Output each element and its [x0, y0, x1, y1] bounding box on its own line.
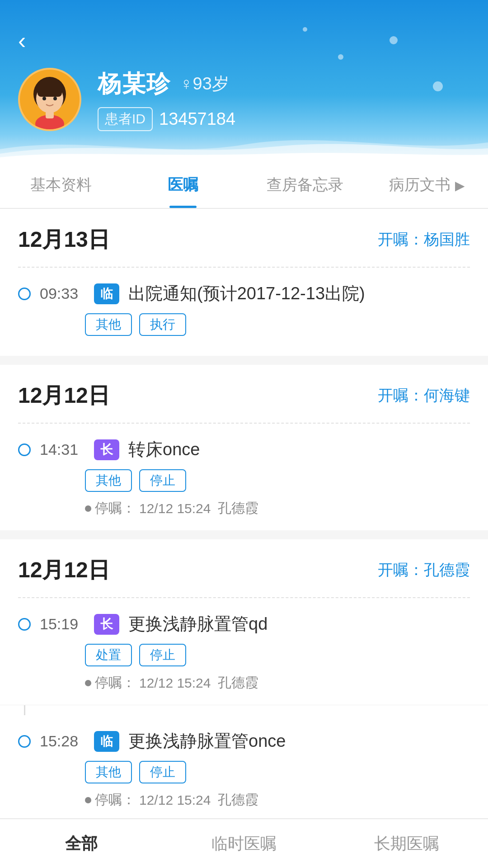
bottom-nav-temp[interactable]: 临时医嘱 [163, 819, 325, 868]
svg-point-3 [42, 97, 46, 100]
tab-records[interactable]: 病历文书 ▶ [366, 158, 488, 208]
order-time-1: 09:33 [40, 285, 85, 302]
order-stop-3-2: 停嘱： 12/12 15:24 孔德霞 [85, 791, 470, 809]
order-item-1: 09:33 临 出院通知(预计2017-12-13出院) 其他 执行 [0, 268, 488, 356]
order-title-2: 转床once [128, 438, 200, 461]
tab-rounds[interactable]: 查房备忘录 [244, 158, 366, 208]
svg-rect-6 [46, 111, 54, 118]
patient-id-badge: 患者ID [98, 107, 153, 131]
date-label-1: 12月13日 [18, 225, 110, 254]
content-area: 12月13日 开嘱：杨国胜 09:33 临 出院通知(预计2017-12-13出… [0, 209, 488, 868]
date-label-2: 12月12日 [18, 381, 110, 410]
order-stop-2: 停嘱： 12/12 15:24 孔德霞 [85, 499, 470, 518]
order-title-3-2: 更换浅静脉置管once [128, 730, 286, 753]
order-time-3-1: 15:19 [40, 615, 85, 633]
tag-3-1-0[interactable]: 处置 [85, 644, 132, 666]
date-section-1: 12月13日 开嘱：杨国胜 09:33 临 出院通知(预计2017-12-13出… [0, 209, 488, 356]
order-title-3-1: 更换浅静脉置管qd [128, 613, 267, 636]
order-type-badge-3-2: 临 [94, 731, 119, 752]
order-circle-3-2 [18, 735, 31, 748]
order-type-badge-3-1: 长 [94, 614, 119, 635]
order-tags-3-2: 其他 停止 [85, 761, 470, 783]
patient-id-value: 13457184 [159, 109, 235, 129]
order-time-2: 14:31 [40, 441, 85, 458]
stop-dot-2 [85, 505, 91, 512]
patient-details: 杨某珍 ♀93岁 患者ID 13457184 [98, 68, 235, 131]
order-circle-3-1 [18, 618, 31, 631]
tab-basic[interactable]: 基本资料 [0, 158, 122, 208]
deco-dot-4 [433, 81, 443, 91]
bottom-nav-all[interactable]: 全部 [0, 819, 163, 868]
tag-2-0[interactable]: 其他 [85, 469, 132, 492]
header: ‹ 杨某珍 [0, 0, 488, 158]
bottom-nav-long[interactable]: 长期医嘱 [325, 819, 488, 868]
order-time-3-2: 15:28 [40, 732, 85, 750]
order-type-badge-2: 长 [94, 439, 119, 460]
deco-dot-1 [389, 36, 398, 44]
order-tags-3-1: 处置 停止 [85, 644, 470, 666]
deco-dot-2 [338, 54, 343, 60]
tag-3-1-1[interactable]: 停止 [139, 644, 186, 666]
order-circle-1 [18, 288, 31, 300]
svg-point-4 [53, 97, 57, 100]
date-label-3: 12月12日 [18, 556, 110, 585]
order-item-3-1: 15:19 长 更换浅静脉置管qd 处置 停止 停嘱： 12/12 15:24 … [0, 598, 488, 705]
doctor-label-1: 开嘱：杨国胜 [378, 229, 470, 250]
svg-rect-2 [38, 84, 62, 97]
wave-decoration [0, 131, 488, 158]
tab-bar: 基本资料 医嘱 查房备忘录 病历文书 ▶ [0, 158, 488, 209]
date-section-3: 12月12日 开嘱：孔德霞 15:19 长 更换浅静脉置管qd 处置 停止 停嘱… [0, 539, 488, 822]
back-button[interactable]: ‹ [18, 27, 26, 54]
order-stop-3-1: 停嘱： 12/12 15:24 孔德霞 [85, 674, 470, 692]
order-type-badge-1: 临 [94, 283, 119, 304]
tag-3-2-1[interactable]: 停止 [139, 761, 186, 783]
date-section-2: 12月12日 开嘱：何海键 14:31 长 转床once 其他 停止 停嘱： 1… [0, 365, 488, 530]
tag-2-1[interactable]: 停止 [139, 469, 186, 492]
tag-1-1[interactable]: 执行 [139, 313, 186, 336]
doctor-label-2: 开嘱：何海键 [378, 385, 470, 406]
tab-orders[interactable]: 医嘱 [122, 158, 244, 208]
stop-dot-3-1 [85, 680, 91, 686]
timeline-connector [24, 705, 25, 715]
patient-name: 杨某珍 [98, 68, 171, 100]
tag-3-2-0[interactable]: 其他 [85, 761, 132, 783]
bottom-nav: 全部 临时医嘱 长期医嘱 [0, 818, 488, 868]
order-title-1: 出院通知(预计2017-12-13出院) [128, 282, 365, 305]
tab-more-icon: ▶ [455, 179, 465, 193]
order-item-3-2: 15:28 临 更换浅静脉置管once 其他 停止 停嘱： 12/12 15:2… [0, 715, 488, 822]
deco-dot-3 [303, 27, 307, 32]
tag-1-0[interactable]: 其他 [85, 313, 132, 336]
order-item-2: 14:31 长 转床once 其他 停止 停嘱： 12/12 15:24 孔德霞 [0, 424, 488, 530]
doctor-label-3: 开嘱：孔德霞 [378, 560, 470, 580]
avatar [18, 68, 81, 131]
order-circle-2 [18, 443, 31, 456]
order-tags-2: 其他 停止 [85, 469, 470, 492]
order-tags-1: 其他 执行 [85, 313, 470, 336]
patient-gender-age: ♀93岁 [180, 72, 229, 95]
stop-dot-3-2 [85, 797, 91, 803]
